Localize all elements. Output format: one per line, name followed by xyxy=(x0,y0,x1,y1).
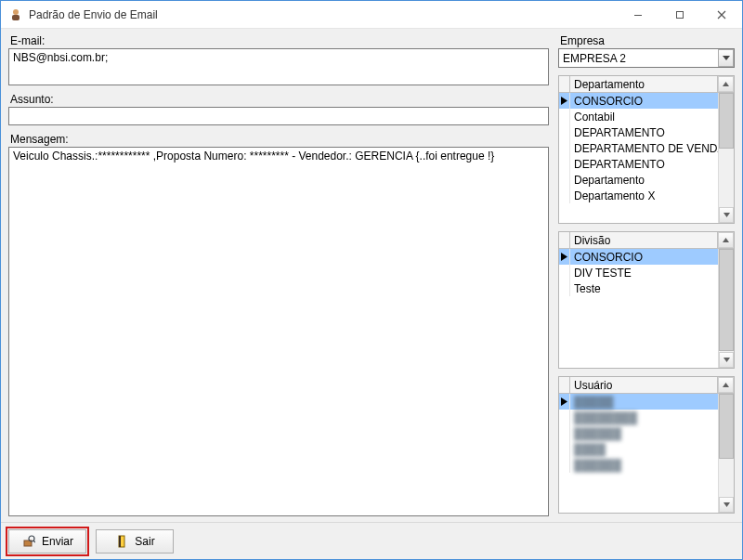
sair-button[interactable]: Sair xyxy=(96,529,174,553)
minimize-button[interactable] xyxy=(617,1,658,28)
scroll-up-button[interactable] xyxy=(718,76,734,92)
empresa-label: Empresa xyxy=(560,34,735,47)
titlebar: Padrão de Envio de Email xyxy=(1,1,742,29)
svg-point-0 xyxy=(13,9,19,15)
close-button[interactable] xyxy=(700,1,742,28)
divisao-scrollbar[interactable] xyxy=(718,249,734,368)
list-item[interactable]: Departamento xyxy=(559,172,718,188)
mensagem-textarea[interactable] xyxy=(8,147,549,516)
app-icon xyxy=(8,7,23,22)
exit-icon xyxy=(114,534,129,549)
departamento-header[interactable]: Departamento xyxy=(570,76,718,92)
list-item[interactable]: █████ xyxy=(559,394,718,410)
email-label: E-mail: xyxy=(10,34,549,47)
scroll-up-button[interactable] xyxy=(718,377,734,393)
departamento-scrollbar[interactable] xyxy=(718,93,734,223)
departamento-list[interactable]: CONSORCIOContabilDEPARTAMENTODEPARTAMENT… xyxy=(559,93,718,223)
svg-rect-2 xyxy=(634,15,642,16)
list-item[interactable]: DEPARTAMENTO xyxy=(559,124,718,140)
list-item[interactable]: Teste xyxy=(559,280,718,296)
list-item[interactable]: DEPARTAMENTO xyxy=(559,156,718,172)
usuario-scrollbar[interactable] xyxy=(718,394,734,513)
list-item[interactable]: ██████ xyxy=(559,457,718,473)
list-item[interactable]: ██████ xyxy=(559,425,718,441)
row-marker-head xyxy=(559,232,570,248)
window-title: Padrão de Envio de Email xyxy=(29,8,158,21)
mensagem-label: Mensagem: xyxy=(10,133,549,146)
row-marker-head xyxy=(559,76,570,92)
divisao-panel: Divisão CONSORCIODIV TESTETeste xyxy=(558,231,735,369)
empresa-select[interactable] xyxy=(558,48,735,68)
maximize-button[interactable] xyxy=(658,1,700,28)
svg-rect-8 xyxy=(119,536,121,547)
list-item[interactable]: Contabil xyxy=(559,109,718,124)
list-item[interactable]: ████████ xyxy=(559,410,718,425)
usuario-panel: Usuário █████████████████████████████ xyxy=(558,376,735,514)
list-item[interactable]: DEPARTAMENTO DE VENDAS xyxy=(559,140,718,156)
assunto-input[interactable] xyxy=(8,107,549,125)
row-marker-head xyxy=(559,377,570,393)
list-item[interactable]: ████ xyxy=(559,441,718,457)
list-item[interactable]: CONSORCIO xyxy=(559,93,718,109)
svg-rect-1 xyxy=(12,15,20,20)
divisao-header[interactable]: Divisão xyxy=(570,232,718,248)
list-item[interactable]: CONSORCIO xyxy=(559,249,718,265)
app-window: Padrão de Envio de Email E-mail: Assunto… xyxy=(0,0,743,560)
scroll-down-button[interactable] xyxy=(719,497,734,513)
usuario-list[interactable]: █████████████████████████████ xyxy=(559,394,718,513)
left-column: E-mail: Assunto: Mensagem: xyxy=(8,34,549,516)
bottom-bar: Enviar Sair xyxy=(1,522,742,559)
enviar-label: Enviar xyxy=(42,535,73,548)
list-item[interactable]: Departamento X xyxy=(559,188,718,203)
client-area: E-mail: Assunto: Mensagem: Empresa xyxy=(1,29,742,522)
usuario-header[interactable]: Usuário xyxy=(570,377,718,393)
scroll-down-button[interactable] xyxy=(719,352,734,368)
email-input[interactable] xyxy=(8,48,549,85)
send-icon xyxy=(21,534,36,549)
scroll-down-button[interactable] xyxy=(719,207,734,223)
enviar-button[interactable]: Enviar xyxy=(8,529,86,553)
sair-label: Sair xyxy=(135,535,154,548)
right-column: Empresa Departamento CONSORCIOContabilDE… xyxy=(558,34,735,516)
list-item[interactable]: DIV TESTE xyxy=(559,265,718,280)
svg-line-6 xyxy=(33,540,35,542)
divisao-list[interactable]: CONSORCIODIV TESTETeste xyxy=(559,249,718,368)
scroll-up-button[interactable] xyxy=(718,232,734,248)
svg-rect-3 xyxy=(676,11,683,18)
assunto-label: Assunto: xyxy=(10,93,549,106)
departamento-panel: Departamento CONSORCIOContabilDEPARTAMEN… xyxy=(558,75,735,224)
